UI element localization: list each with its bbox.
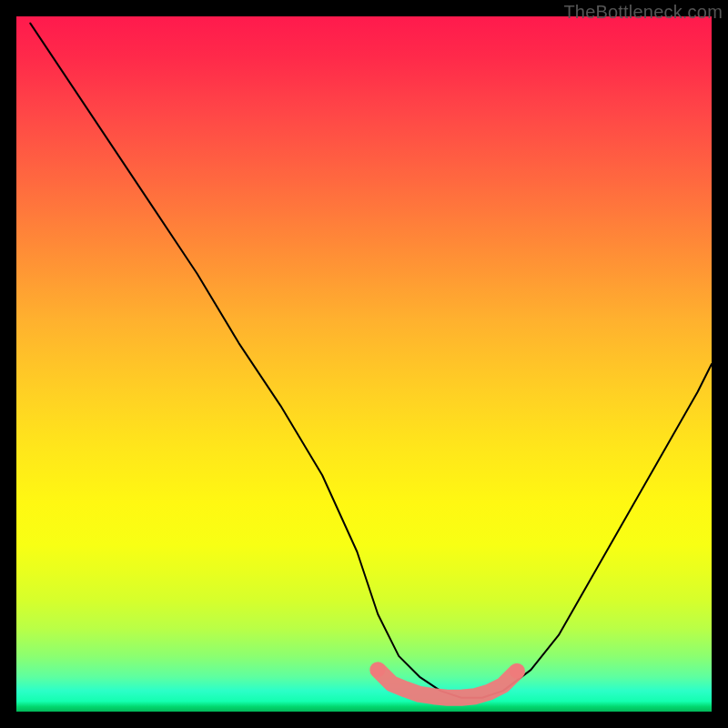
bottleneck-curve xyxy=(30,24,712,698)
watermark-text: TheBottleneck.com xyxy=(563,2,723,23)
chart-svg xyxy=(16,16,712,712)
plot-area xyxy=(16,16,712,712)
optimal-band xyxy=(378,670,517,698)
optimal-band-endcap xyxy=(510,664,524,679)
chart-frame: TheBottleneck.com xyxy=(0,0,728,728)
optimal-band-endcap xyxy=(370,662,385,677)
